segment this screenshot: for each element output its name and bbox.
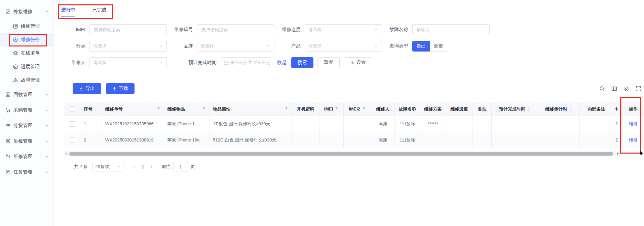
filter-row-2: 分类 请选择 品牌 请选择 <box>59 41 490 52</box>
imei-input-wrap <box>89 24 167 35</box>
sidebar-item-quality-management[interactable]: 质检管理 <box>0 133 53 149</box>
reset-button[interactable]: 重置 <box>317 57 340 68</box>
filter-funnel-icon[interactable] <box>285 107 288 111</box>
row-checkbox[interactable] <box>70 121 75 127</box>
filter-funnel-icon[interactable] <box>202 107 206 111</box>
cell-index: 1 <box>80 116 102 132</box>
export-button[interactable]: 导出 <box>73 83 101 94</box>
start-date-placeholder[interactable]: 开始日期 <box>230 60 247 66</box>
brand-label: 品牌 <box>167 43 193 49</box>
page-number-1[interactable]: 1 <box>142 164 144 169</box>
pagination: 共 2 条 20条/页 ‹ 1 › 前往 页 <box>74 162 195 172</box>
cell-imei <box>319 132 344 148</box>
cell-expected <box>492 116 538 132</box>
gear-icon[interactable] <box>623 86 629 92</box>
repairer-label: 维修人 <box>59 60 85 66</box>
goto-page-input[interactable] <box>173 162 188 171</box>
chevron-down-icon[interactable] <box>45 108 49 112</box>
sort-icon[interactable] <box>569 107 572 111</box>
repair-progress-select[interactable]: 请选择 <box>305 24 382 35</box>
filter-settings-button[interactable]: 设置 <box>344 57 372 68</box>
select-all-checkbox[interactable] <box>70 106 75 112</box>
repair-no-input[interactable] <box>201 27 271 33</box>
sidebar-item-purchase-management[interactable]: 采购管理 <box>0 102 53 118</box>
cell-fault: 111故障 <box>395 132 420 148</box>
filter-funnel-icon[interactable] <box>335 107 339 111</box>
cell-remark <box>473 116 492 132</box>
fault-name-input[interactable] <box>416 27 486 33</box>
sidebar-item-repair-task[interactable]: 维修任务 <box>0 33 53 46</box>
collapse-link[interactable]: 收起 <box>277 60 287 66</box>
end-date-placeholder[interactable]: 结束日期 <box>254 60 270 66</box>
imei-input[interactable] <box>93 27 163 33</box>
scrollbar-right-arrow[interactable] <box>617 152 619 155</box>
query-type-self-button[interactable]: 自己 <box>412 41 430 52</box>
sidebar-item-task-management[interactable]: 任务管理 <box>0 164 53 180</box>
goto-label: 前往 <box>162 164 171 170</box>
download-icon <box>79 87 83 91</box>
sidebar-item-label: 质检管理 <box>13 138 32 144</box>
brand-select[interactable]: 请选择 <box>197 41 274 52</box>
chevron-down-icon[interactable] <box>45 92 49 97</box>
cell-power-pwd <box>292 116 319 132</box>
column-header-index: 序号 <box>84 106 92 112</box>
chevron-down-icon[interactable] <box>45 170 49 174</box>
select-placeholder: 请选择 <box>201 43 266 49</box>
next-page-button[interactable]: › <box>151 164 152 169</box>
cart-icon <box>5 107 11 113</box>
column-settings-icon[interactable] <box>611 86 617 92</box>
column-header-internal-remark: 内部备注 <box>588 106 605 112</box>
expected-time-range-picker[interactable]: 开始日期 至 结束日期 <box>221 57 271 68</box>
repair-no-input-wrap <box>197 24 274 35</box>
chevron-down-icon[interactable] <box>45 154 49 159</box>
sidebar-item-external-repair[interactable]: 外接维修 <box>0 4 53 20</box>
sidebar-item-maintenance-management[interactable]: 维修管理 <box>0 149 53 164</box>
prev-page-button[interactable]: ‹ <box>133 164 135 169</box>
sidebar-item-progress-management[interactable]: 进度管理 <box>0 60 53 73</box>
sidebar-item-label: 回收管理 <box>13 92 32 98</box>
tab-in-progress[interactable]: 进行中 <box>61 7 75 17</box>
chevron-up-icon[interactable] <box>45 9 49 14</box>
chevron-down-icon[interactable] <box>45 123 49 128</box>
sidebar-item-label: 在线填单 <box>21 50 40 56</box>
column-header-imei: IMEI <box>324 106 333 111</box>
category-select[interactable]: 请选择 <box>89 41 167 52</box>
row-checkbox[interactable] <box>70 137 75 143</box>
sort-icon[interactable] <box>527 107 530 111</box>
horizontal-scrollbar <box>64 151 620 156</box>
fault-name-label: 故障名称 <box>382 27 408 33</box>
sidebar-item-repair-management[interactable]: 维修管理 <box>0 20 53 33</box>
filter-funnel-icon[interactable] <box>362 107 366 111</box>
chevron-down-icon[interactable] <box>45 139 49 143</box>
list-icon <box>5 123 11 128</box>
app-window: 外接维修 维修管理 维修任务 在线填单 <box>0 0 644 226</box>
cell-plan: ****** <box>420 116 446 132</box>
scrollbar-thumb[interactable] <box>69 152 613 156</box>
page-size-select[interactable]: 20条/页 <box>92 162 124 171</box>
chevron-down-icon <box>158 44 163 49</box>
fullscreen-icon[interactable] <box>636 86 641 92</box>
sidebar-item-fault-management[interactable]: 故障管理 <box>0 73 53 87</box>
repair-link[interactable]: 维修 <box>629 121 638 127</box>
tab-completed[interactable]: 已完成 <box>92 7 106 17</box>
sidebar-item-recycle-management[interactable]: 回收管理 <box>0 87 53 102</box>
sidebar-item-label: 维修任务 <box>21 37 40 43</box>
repairer-select[interactable]: 请选择 <box>89 57 167 68</box>
repair-link[interactable]: 维修 <box>629 137 638 143</box>
cell-attrs: 512G,白色,国行,保修时长≥330天 <box>210 132 292 148</box>
cell-imei <box>319 116 344 132</box>
search-button[interactable]: 搜索 <box>291 57 313 68</box>
filter-funnel-icon[interactable] <box>157 107 160 111</box>
sidebar-item-online-form[interactable]: 在线填单 <box>0 46 53 60</box>
column-header-plan: 维修方案 <box>424 106 442 112</box>
query-type-all-button[interactable]: 全部 <box>430 41 447 52</box>
select-placeholder: 请选择 <box>93 43 158 49</box>
cell-imei2 <box>344 132 371 148</box>
column-header-countdown: 维修倒计时 <box>545 106 567 112</box>
table-row: 1 WX20251022150335966 苹果 iPhone 1... 1T,… <box>64 116 622 132</box>
product-select[interactable]: 请选择 <box>305 41 382 52</box>
sidebar-item-distribution-management[interactable]: 分货管理 <box>0 118 53 133</box>
scrollbar-left-arrow[interactable] <box>65 152 67 155</box>
search-icon[interactable] <box>599 86 605 92</box>
download-button[interactable]: 下载 <box>106 83 135 94</box>
